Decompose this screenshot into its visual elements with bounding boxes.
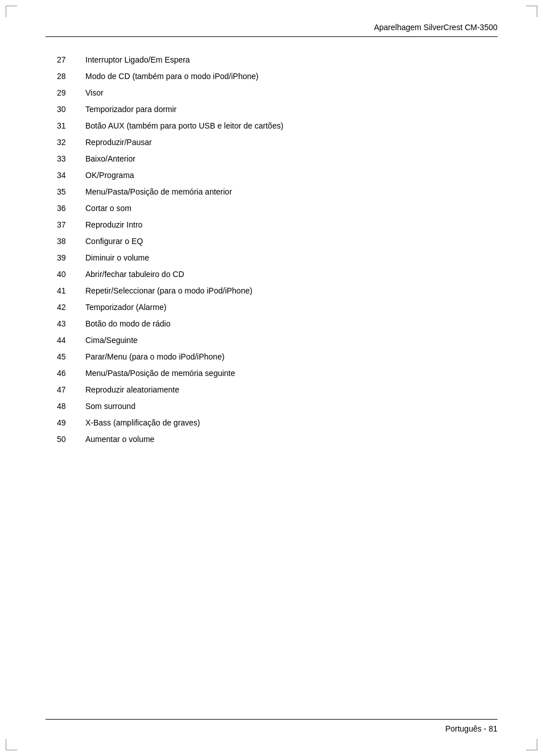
header-title: Aparelhagem SilverCrest CM-3500	[374, 23, 497, 32]
page-footer: Português - 81	[46, 719, 497, 733]
list-item: 31Botão AUX (também para porto USB e lei…	[57, 120, 497, 132]
list-item: 41Repetir/Seleccionar (para o modo iPod/…	[57, 285, 497, 297]
list-item: 39Diminuir o volume	[57, 252, 497, 264]
list-item: 28Modo de CD (também para o modo iPod/iP…	[57, 71, 497, 82]
list-item-text: Cortar o som	[85, 203, 497, 214]
list-item-number: 42	[57, 301, 85, 313]
corner-mark-tr	[526, 6, 537, 17]
list-item-number: 46	[57, 367, 85, 379]
list-item-number: 47	[57, 384, 85, 396]
list-item-text: Aumentar o volume	[85, 433, 497, 445]
list-item: 32Reproduzir/Pausar	[57, 137, 497, 148]
list-item-text: Abrir/fechar tabuleiro do CD	[85, 268, 497, 280]
list-item-number: 39	[57, 252, 85, 264]
list-item: 43Botão do modo de rádio	[57, 318, 497, 330]
list-item-number: 40	[57, 268, 85, 280]
list-item-text: OK/Programa	[85, 170, 497, 181]
page: Aparelhagem SilverCrest CM-3500 27Interr…	[0, 0, 543, 756]
list-item: 35Menu/Pasta/Posição de memória anterior	[57, 186, 497, 198]
page-header: Aparelhagem SilverCrest CM-3500	[46, 23, 497, 37]
list-item-text: Configurar o EQ	[85, 236, 497, 247]
list-item-text: Temporizador para dormir	[85, 104, 497, 115]
list-item-number: 41	[57, 285, 85, 297]
list-item: 45Parar/Menu (para o modo iPod/iPhone)	[57, 351, 497, 363]
list-item-text: Som surround	[85, 400, 497, 412]
list-item-number: 50	[57, 433, 85, 445]
list-item: 50Aumentar o volume	[57, 433, 497, 445]
list-item-number: 44	[57, 334, 85, 346]
list-item: 49X-Bass (amplificação de graves)	[57, 417, 497, 429]
list-item-number: 49	[57, 417, 85, 429]
list-item: 30Temporizador para dormir	[57, 104, 497, 115]
list-item: 40Abrir/fechar tabuleiro do CD	[57, 268, 497, 280]
list-item-text: Repetir/Seleccionar (para o modo iPod/iP…	[85, 285, 497, 297]
list-item-number: 33	[57, 153, 85, 165]
list-item: 42Temporizador (Alarme)	[57, 301, 497, 313]
list-item-text: Modo de CD (também para o modo iPod/iPho…	[85, 71, 497, 82]
list-item: 46Menu/Pasta/Posição de memória seguinte	[57, 367, 497, 379]
corner-mark-tl	[6, 6, 17, 17]
list-item-number: 31	[57, 120, 85, 132]
list-item-number: 30	[57, 104, 85, 115]
list-item: 38Configurar o EQ	[57, 236, 497, 247]
list-item-number: 36	[57, 203, 85, 214]
list-item: 36Cortar o som	[57, 203, 497, 214]
list-item-text: Botão AUX (também para porto USB e leito…	[85, 120, 497, 132]
list-item: 47Reproduzir aleatoriamente	[57, 384, 497, 396]
list-item-number: 45	[57, 351, 85, 363]
list-item-number: 43	[57, 318, 85, 330]
list-item-text: Botão do modo de rádio	[85, 318, 497, 330]
list-item-number: 29	[57, 87, 85, 99]
list-item: 29Visor	[57, 87, 497, 99]
list-item-number: 27	[57, 54, 85, 66]
corner-mark-bl	[6, 739, 17, 750]
list-item-text: X-Bass (amplificação de graves)	[85, 417, 497, 429]
footer-text: Português - 81	[445, 724, 497, 733]
list-item-text: Menu/Pasta/Posição de memória anterior	[85, 186, 497, 198]
list-item-number: 48	[57, 400, 85, 412]
list-item: 27Interruptor Ligado/Em Espera	[57, 54, 497, 66]
list-item-number: 37	[57, 219, 85, 231]
list-item-text: Reproduzir aleatoriamente	[85, 384, 497, 396]
list-item-number: 38	[57, 236, 85, 247]
list-item-number: 35	[57, 186, 85, 198]
list-item: 37Reproduzir Intro	[57, 219, 497, 231]
list-item: 48Som surround	[57, 400, 497, 412]
list-item-text: Baixo/Anterior	[85, 153, 497, 165]
list-item-text: Diminuir o volume	[85, 252, 497, 264]
list-item-text: Parar/Menu (para o modo iPod/iPhone)	[85, 351, 497, 363]
list-item-number: 34	[57, 170, 85, 181]
content-area: 27Interruptor Ligado/Em Espera28Modo de …	[46, 54, 497, 445]
list-item-text: Visor	[85, 87, 497, 99]
list-item-text: Menu/Pasta/Posição de memória seguinte	[85, 367, 497, 379]
list-item: 34OK/Programa	[57, 170, 497, 181]
list-item-text: Interruptor Ligado/Em Espera	[85, 54, 497, 66]
list-item-text: Reproduzir/Pausar	[85, 137, 497, 148]
list-item: 33Baixo/Anterior	[57, 153, 497, 165]
corner-mark-br	[526, 739, 537, 750]
list-item-number: 32	[57, 137, 85, 148]
list-item: 44Cima/Seguinte	[57, 334, 497, 346]
list-item-number: 28	[57, 71, 85, 82]
list-item-text: Temporizador (Alarme)	[85, 301, 497, 313]
list-item-text: Reproduzir Intro	[85, 219, 497, 231]
list-item-text: Cima/Seguinte	[85, 334, 497, 346]
